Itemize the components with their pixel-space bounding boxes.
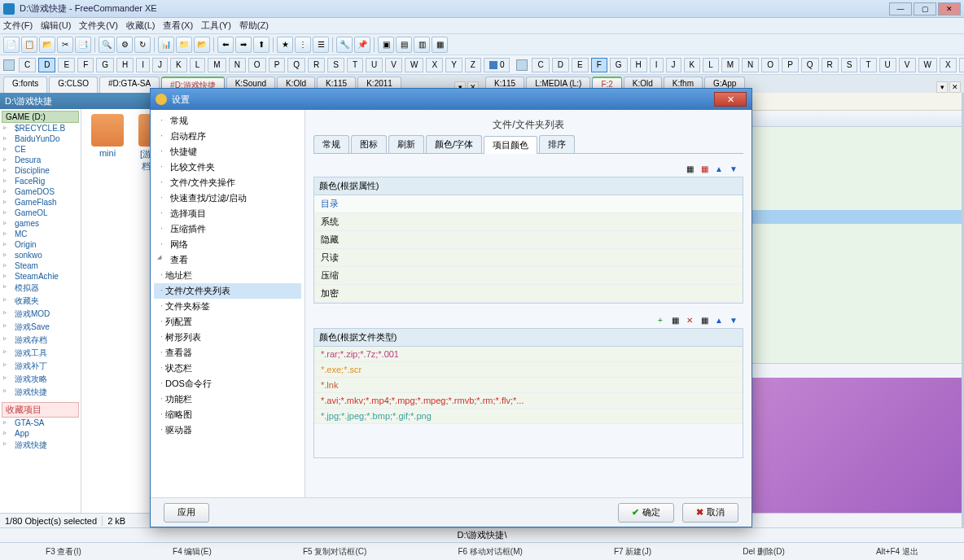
- type-color-row[interactable]: *.avi;*.mkv;*.mp4;*.mpg;*.mpeg;*.rmvb;*.…: [314, 393, 743, 409]
- drive-button[interactable]: I: [650, 58, 664, 72]
- fav-item[interactable]: 游戏快捷: [2, 439, 79, 452]
- attr-color-row[interactable]: 压缩: [314, 267, 743, 285]
- settings-nav-item[interactable]: 查看: [154, 252, 301, 268]
- drive-button[interactable]: V: [385, 58, 402, 72]
- settings-tab[interactable]: 刷新: [388, 135, 424, 153]
- drive-button[interactable]: R: [822, 58, 839, 72]
- tree-item[interactable]: MC: [2, 229, 79, 239]
- menu-item[interactable]: 文件夹(V): [79, 20, 118, 32]
- drive-button[interactable]: F: [591, 58, 607, 72]
- type-color-row[interactable]: *.jpg;*.jpeg;*.bmp;*.gif;*.png: [314, 409, 743, 424]
- drive-button[interactable]: Q: [287, 58, 305, 72]
- toolbar-button[interactable]: ▣: [378, 37, 394, 53]
- down2-icon[interactable]: ▼: [727, 313, 740, 326]
- dialog-titlebar[interactable]: 设置 ✕: [151, 89, 751, 110]
- settings-nav-item[interactable]: DOS命令行: [154, 376, 301, 392]
- tree-item[interactable]: 游戏补丁: [2, 360, 79, 373]
- settings-tab[interactable]: 常规: [313, 135, 349, 153]
- drive-button[interactable]: S: [841, 58, 858, 72]
- tree-item[interactable]: 游戏Save: [2, 321, 79, 334]
- toolbar-button[interactable]: ⬆: [253, 37, 269, 53]
- tree-item[interactable]: Desura: [2, 155, 79, 165]
- toolbar-button[interactable]: 🔍: [99, 37, 115, 53]
- fav-item[interactable]: App: [2, 428, 79, 439]
- fnkey[interactable]: F4 编辑(E): [173, 546, 212, 558]
- settings-nav-item[interactable]: 压缩插件: [154, 221, 301, 237]
- settings-nav-item[interactable]: 文件/文件夹操作: [154, 175, 301, 190]
- drive-button[interactable]: D: [38, 58, 55, 72]
- tree-item[interactable]: FaceRig: [2, 176, 79, 186]
- drive-button[interactable]: V: [899, 58, 916, 72]
- settings-nav-item[interactable]: 启动程序: [154, 129, 301, 144]
- drive-button[interactable]: N: [742, 58, 759, 72]
- down-icon[interactable]: ▼: [727, 162, 740, 175]
- up-icon[interactable]: ▲: [712, 162, 725, 175]
- toolbar-button[interactable]: 📊: [158, 37, 174, 53]
- menu-item[interactable]: 查看(X): [163, 20, 193, 32]
- fnkey[interactable]: F5 复制对话框(C): [303, 546, 366, 558]
- settings-tab[interactable]: 项目颜色: [484, 136, 537, 154]
- tree-item[interactable]: 游戏工具: [2, 347, 79, 360]
- drive-button[interactable]: T: [860, 58, 876, 72]
- settings-nav-item[interactable]: 快捷键: [154, 144, 301, 160]
- drive-button[interactable]: Q: [801, 58, 819, 72]
- settings-nav-item[interactable]: 文件/文件夹列表: [154, 283, 301, 299]
- toolbar-button[interactable]: 📋: [21, 37, 37, 53]
- toolbar-button[interactable]: 📌: [354, 37, 370, 53]
- toolbar-button[interactable]: 📄: [3, 37, 20, 53]
- minimize-button[interactable]: —: [889, 2, 912, 15]
- toolbar-button[interactable]: 📂: [194, 37, 210, 53]
- drive-button[interactable]: H: [116, 58, 134, 72]
- favorites-header[interactable]: 收藏项目: [2, 402, 79, 418]
- tab-dropdown[interactable]: ▾: [936, 81, 948, 93]
- drive-button[interactable]: U: [366, 58, 383, 72]
- drive-button[interactable]: Y: [445, 58, 462, 72]
- settings-nav-item[interactable]: 比较文件夹: [154, 160, 301, 175]
- drive-button[interactable]: C: [532, 58, 549, 72]
- panel-tab[interactable]: G:CLSO: [49, 77, 98, 93]
- close-button[interactable]: ✕: [938, 2, 961, 15]
- tree-item[interactable]: 模拟器: [2, 282, 79, 295]
- settings-nav-item[interactable]: 缩略图: [154, 407, 301, 422]
- toolbar-button[interactable]: 📁: [176, 37, 192, 53]
- tree-item[interactable]: 游戏攻略: [2, 373, 79, 386]
- settings-tab[interactable]: 颜色/字体: [426, 135, 482, 153]
- type-color-row[interactable]: *.rar;*.zip;*.7z;*.001: [314, 347, 743, 362]
- toolbar-button[interactable]: ▥: [414, 37, 430, 53]
- settings-nav-item[interactable]: 功能栏: [154, 392, 301, 407]
- drive-button[interactable]: Y: [959, 58, 964, 72]
- drive-button[interactable]: D: [552, 58, 569, 72]
- settings-tab[interactable]: 排序: [539, 135, 575, 153]
- toolbar-button[interactable]: ⋮: [295, 37, 311, 53]
- attr-color-row[interactable]: 目录: [314, 195, 743, 213]
- tab-close[interactable]: ✕: [949, 81, 961, 93]
- tree-item[interactable]: GameDOS: [2, 186, 79, 197]
- settings-nav-item[interactable]: 状态栏: [154, 361, 301, 376]
- drive-button[interactable]: G: [610, 58, 628, 72]
- settings-tab[interactable]: 图标: [351, 135, 387, 153]
- drive-button[interactable]: J: [152, 58, 168, 72]
- drive-button[interactable]: L: [703, 58, 719, 72]
- drive-button[interactable]: K: [684, 58, 701, 72]
- drive-button[interactable]: H: [630, 58, 647, 72]
- drive-button[interactable]: P: [782, 58, 799, 72]
- fnkey[interactable]: F3 查看(I): [46, 546, 81, 558]
- toolbar-button[interactable]: ⚙: [116, 37, 133, 53]
- menu-item[interactable]: 编辑(U): [41, 20, 71, 32]
- settings-nav-item[interactable]: 网络: [154, 237, 301, 252]
- attr-color-row[interactable]: 系统: [314, 213, 743, 231]
- drive-button[interactable]: O: [761, 58, 779, 72]
- drive-button[interactable]: E: [572, 58, 589, 72]
- copy-icon[interactable]: ▦: [698, 313, 711, 326]
- tree-item[interactable]: SteamAchie: [2, 271, 79, 282]
- fnkey[interactable]: Alt+F4 退出: [876, 546, 918, 558]
- drive-button[interactable]: F: [77, 58, 94, 72]
- drive-button[interactable]: W: [918, 58, 937, 72]
- drive-button[interactable]: N: [229, 58, 246, 72]
- tree-item[interactable]: sonkwo: [2, 250, 79, 260]
- toolbar-button[interactable]: 📂: [39, 37, 55, 53]
- drive-button[interactable]: I: [136, 58, 150, 72]
- tree-item[interactable]: 游戏MOD: [2, 308, 79, 321]
- cancel-button[interactable]: ✖取消: [682, 503, 738, 523]
- add-icon[interactable]: +: [654, 313, 667, 326]
